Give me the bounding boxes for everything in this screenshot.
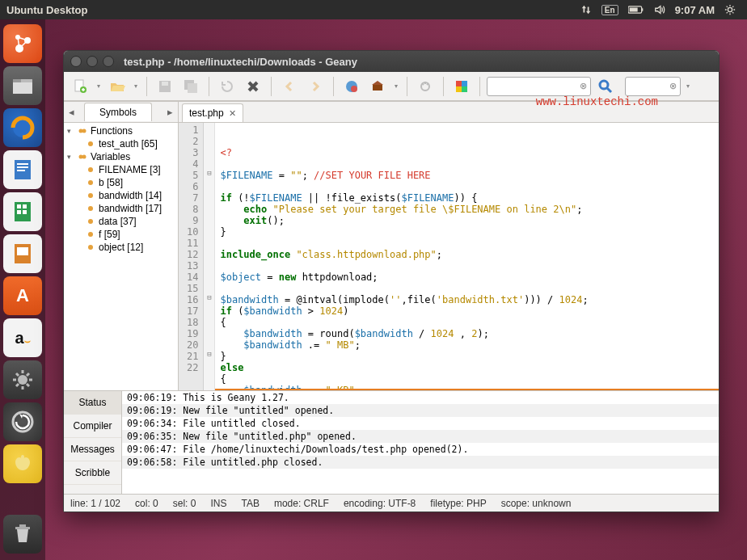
window-minimize-button[interactable] xyxy=(87,56,98,67)
message-tab-compiler[interactable]: Compiler xyxy=(64,415,121,438)
symbols-tree[interactable]: ▾Functionstest_auth [65]▾VariablesFILENA… xyxy=(64,123,178,390)
fold-column[interactable]: ⊟⊟⊟ xyxy=(204,123,215,390)
svg-point-51 xyxy=(88,206,93,211)
tree-group[interactable]: ▾Variables xyxy=(64,150,178,163)
message-tab-status[interactable]: Status xyxy=(64,391,121,415)
run-icon[interactable] xyxy=(414,75,437,98)
svg-rect-35 xyxy=(373,85,382,91)
launcher-amazon[interactable]: a⌣ xyxy=(3,318,42,357)
goto-dropdown-icon[interactable]: ▾ xyxy=(684,82,692,90)
compile-icon[interactable] xyxy=(340,75,363,98)
svg-point-53 xyxy=(88,232,93,237)
message-tab-messages[interactable]: Messages xyxy=(64,438,121,461)
desktop-title: Ubuntu Desktop xyxy=(6,4,87,16)
editor-pane: test.php ✕ 12345678910111213141516171819… xyxy=(179,102,719,390)
clear-goto-icon[interactable]: ⊗ xyxy=(669,81,677,91)
sidebar-tab-symbols[interactable]: Symbols xyxy=(84,103,152,121)
svg-rect-39 xyxy=(462,81,467,86)
svg-point-52 xyxy=(88,219,93,224)
svg-rect-38 xyxy=(456,81,462,86)
tree-item[interactable]: f [59] xyxy=(64,228,178,241)
goto-field[interactable]: ⊗ xyxy=(625,77,681,96)
status-sel: sel: 0 xyxy=(173,498,196,509)
url-watermark: www.linuxtechi.com xyxy=(536,95,658,108)
status-scope: scope: unknown xyxy=(501,498,572,509)
svg-rect-25 xyxy=(15,527,30,529)
search-input[interactable] xyxy=(491,81,580,92)
status-mode: mode: CRLF xyxy=(274,498,329,509)
svg-point-42 xyxy=(600,81,608,89)
open-dropdown-icon[interactable]: ▾ xyxy=(132,82,140,90)
goto-input[interactable] xyxy=(629,81,669,92)
clock[interactable]: 9:07 AM xyxy=(675,4,715,16)
tree-item[interactable]: bandwidth [14] xyxy=(64,189,178,202)
new-dropdown-icon[interactable]: ▾ xyxy=(95,82,103,90)
gear-icon[interactable] xyxy=(724,4,736,15)
language-indicator[interactable]: En xyxy=(601,5,618,15)
close-tab-icon[interactable]: ✕ xyxy=(229,108,236,119)
tree-item[interactable]: test_auth [65] xyxy=(64,137,178,150)
clear-search-icon[interactable]: ⊗ xyxy=(580,81,587,91)
sound-icon[interactable] xyxy=(654,4,665,15)
window-maximize-button[interactable] xyxy=(103,56,114,67)
tree-item[interactable]: bandwidth [17] xyxy=(64,202,178,215)
svg-rect-13 xyxy=(17,166,28,168)
color-chooser-icon[interactable] xyxy=(450,75,473,98)
tree-item[interactable]: data [37] xyxy=(64,215,178,228)
tree-item[interactable]: FILENAME [3] xyxy=(64,163,178,176)
launcher-files[interactable] xyxy=(3,66,42,105)
svg-rect-2 xyxy=(629,8,637,12)
svg-rect-16 xyxy=(17,204,21,208)
launcher-app[interactable] xyxy=(3,444,42,483)
new-file-icon[interactable] xyxy=(69,75,91,98)
svg-point-45 xyxy=(88,141,93,146)
code-body[interactable]: <?$FILENAME = ""; //SET YOUR FILE HEREif… xyxy=(215,123,719,390)
build-dropdown-icon[interactable]: ▾ xyxy=(392,82,400,90)
launcher-updater[interactable] xyxy=(3,402,42,441)
svg-point-48 xyxy=(88,167,93,172)
save-all-icon[interactable] xyxy=(179,75,202,98)
message-row: 09:06:47: File /home/linuxtechi/Download… xyxy=(122,443,719,456)
window-close-button[interactable] xyxy=(70,56,82,67)
unity-launcher: A a⌣ xyxy=(0,19,45,560)
message-row: 09:06:34: File untitled closed. xyxy=(122,417,719,430)
launcher-writer[interactable] xyxy=(3,150,42,189)
status-line: line: 1 / 102 xyxy=(70,498,120,509)
launcher-settings[interactable] xyxy=(3,360,42,399)
svg-rect-32 xyxy=(188,83,197,93)
close-file-icon[interactable] xyxy=(242,75,264,98)
message-row: 09:06:19: This is Geany 1.27. xyxy=(122,391,719,404)
svg-point-22 xyxy=(18,375,27,385)
window-title: test.php - /home/linuxtechi/Downloads - … xyxy=(124,56,357,68)
open-file-icon[interactable] xyxy=(106,75,129,98)
document-tab[interactable]: test.php ✕ xyxy=(182,103,243,122)
svg-marker-36 xyxy=(372,81,383,85)
reload-icon[interactable] xyxy=(216,75,238,98)
tree-group[interactable]: ▾Functions xyxy=(64,124,178,137)
status-encoding: encoding: UTF-8 xyxy=(344,498,416,509)
launcher-dash[interactable] xyxy=(3,24,42,63)
message-tab-scribble[interactable]: Scribble xyxy=(64,461,121,485)
launcher-firefox[interactable] xyxy=(3,108,42,147)
tree-item[interactable]: object [12] xyxy=(64,241,178,254)
message-tabs: StatusCompilerMessagesScribble xyxy=(64,391,122,494)
sidebar-scroll-left-icon[interactable]: ◂ xyxy=(64,106,79,118)
sidebar-scroll-right-icon[interactable]: ▸ xyxy=(162,106,178,118)
battery-icon[interactable] xyxy=(628,5,644,15)
nav-forward-icon[interactable] xyxy=(304,75,327,98)
nav-back-icon[interactable] xyxy=(278,75,301,98)
save-icon[interactable] xyxy=(154,75,176,98)
launcher-impress[interactable] xyxy=(3,234,42,273)
build-icon[interactable] xyxy=(366,75,389,98)
search-field[interactable]: ⊗ xyxy=(487,77,591,96)
code-editor[interactable]: 12345678910111213141516171819202122 ⊟⊟⊟ … xyxy=(179,123,719,390)
launcher-software[interactable]: A xyxy=(3,276,42,315)
find-icon[interactable] xyxy=(594,75,617,98)
tree-item[interactable]: b [58] xyxy=(64,176,178,189)
launcher-trash[interactable] xyxy=(3,515,42,554)
message-body[interactable]: 09:06:19: This is Geany 1.27.09:06:19: N… xyxy=(122,391,719,494)
titlebar[interactable]: test.php - /home/linuxtechi/Downloads - … xyxy=(64,51,719,72)
network-icon[interactable] xyxy=(580,4,592,15)
launcher-calc[interactable] xyxy=(3,192,42,231)
svg-point-3 xyxy=(728,7,732,11)
